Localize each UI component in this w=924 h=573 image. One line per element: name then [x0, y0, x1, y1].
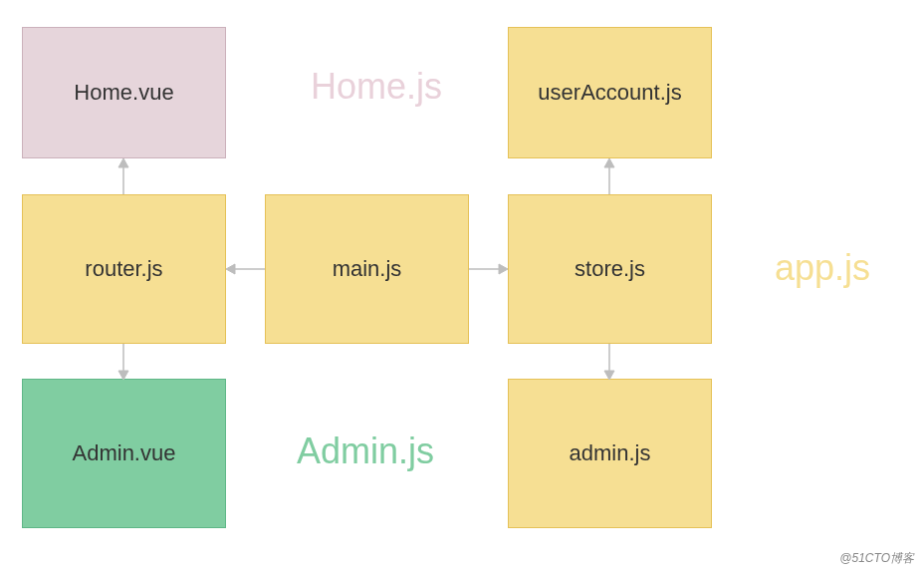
node-label: Home.vue — [74, 80, 173, 106]
node-label: userAccount.js — [538, 80, 681, 106]
label-app-js: app.js — [775, 247, 870, 289]
node-admin-js: admin.js — [508, 379, 712, 528]
node-router-js: router.js — [22, 194, 226, 344]
arrow-main-to-store — [469, 263, 508, 275]
arrow-store-to-admin — [603, 344, 615, 380]
node-admin-vue: Admin.vue — [22, 379, 226, 528]
svg-marker-11 — [604, 371, 614, 380]
node-label: store.js — [575, 256, 645, 282]
svg-marker-7 — [499, 264, 508, 274]
watermark: @51CTO博客 — [839, 550, 914, 567]
svg-marker-9 — [604, 158, 614, 167]
svg-marker-5 — [226, 264, 235, 274]
node-store-js: store.js — [508, 194, 712, 344]
arrow-store-to-useraccount — [603, 158, 615, 194]
node-label: router.js — [85, 256, 162, 282]
arrow-main-to-router — [226, 263, 265, 275]
label-home-js: Home.js — [311, 66, 442, 108]
node-user-account-js: userAccount.js — [508, 27, 712, 158]
svg-marker-3 — [118, 371, 128, 380]
label-admin-js: Admin.js — [297, 430, 434, 472]
node-label: admin.js — [570, 440, 651, 466]
arrow-router-to-home — [117, 158, 129, 194]
node-home-vue: Home.vue — [22, 27, 226, 158]
svg-marker-1 — [118, 158, 128, 167]
node-label: main.js — [333, 256, 402, 282]
node-label: Admin.vue — [73, 440, 176, 466]
node-main-js: main.js — [265, 194, 469, 344]
arrow-router-to-admin — [117, 344, 129, 380]
